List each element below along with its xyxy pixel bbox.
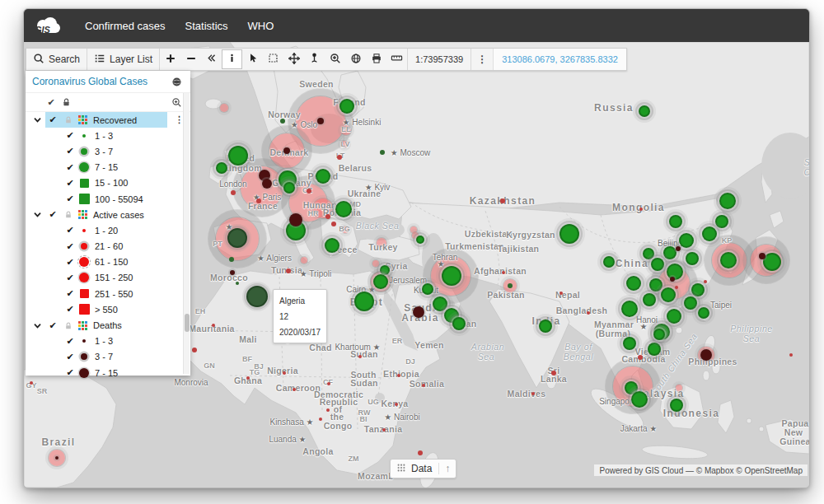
- map-circle[interactable]: [651, 258, 664, 271]
- lock-icon[interactable]: [62, 210, 75, 219]
- map-circle[interactable]: [293, 388, 296, 391]
- legend-checkbox[interactable]: ✔: [63, 352, 77, 362]
- map-circle[interactable]: [452, 317, 466, 330]
- map-circle[interactable]: [508, 283, 513, 288]
- map-circle[interactable]: [236, 282, 239, 285]
- legend-row[interactable]: ✔21 - 60: [26, 239, 190, 254]
- map-circle[interactable]: [502, 271, 505, 274]
- layer-checkbox[interactable]: ✔: [46, 320, 59, 331]
- map-circle[interactable]: [339, 99, 354, 114]
- legend-row[interactable]: ✔61 - 150: [26, 254, 190, 270]
- map-circle[interactable]: [531, 392, 535, 395]
- legend-row[interactable]: ✔7 - 15: [26, 365, 190, 380]
- map-circle[interactable]: [639, 208, 643, 211]
- map-circle[interactable]: [325, 238, 339, 253]
- map-circle[interactable]: [623, 337, 636, 350]
- map-circle[interactable]: [422, 384, 425, 387]
- map-circle[interactable]: [763, 253, 781, 271]
- map-circle[interactable]: [256, 198, 261, 203]
- map-circle[interactable]: [280, 119, 285, 124]
- legend-checkbox[interactable]: ✔: [63, 367, 77, 378]
- map-circle[interactable]: [286, 268, 291, 273]
- map-circle[interactable]: [670, 277, 675, 282]
- map-circle[interactable]: [216, 162, 227, 174]
- layer-group-recovered[interactable]: ✔Recovered⋮: [26, 112, 190, 128]
- chevron-down-icon[interactable]: [30, 322, 44, 329]
- check-all-icon[interactable]: ✔: [44, 96, 59, 109]
- map-circle[interactable]: [220, 104, 228, 112]
- select-box-button[interactable]: [263, 49, 283, 69]
- pointer-button[interactable]: [242, 49, 263, 69]
- legend-checkbox[interactable]: ✔: [63, 146, 77, 156]
- lock-icon[interactable]: [62, 115, 75, 124]
- map-circle[interactable]: [372, 260, 379, 267]
- legend-checkbox[interactable]: ✔: [63, 162, 77, 173]
- map-circle[interactable]: [700, 349, 712, 361]
- layer-group-label[interactable]: Recovered: [93, 115, 137, 125]
- map-circle[interactable]: [653, 329, 665, 340]
- map-circle[interactable]: [231, 190, 236, 195]
- zoom-in-button[interactable]: [160, 49, 180, 69]
- map-circle[interactable]: [698, 307, 709, 319]
- map-circle[interactable]: [638, 355, 643, 360]
- cursor-coordinates[interactable]: 313086.0679, 3267835.8332: [493, 49, 626, 70]
- map-circle[interactable]: [704, 280, 707, 283]
- legend-row[interactable]: ✔3 - 7: [26, 143, 190, 159]
- map-circle[interactable]: [326, 408, 330, 412]
- map-circle[interactable]: [670, 399, 683, 412]
- add-point-button[interactable]: [304, 49, 325, 69]
- map-circle[interactable]: [720, 252, 737, 268]
- map-circle[interactable]: [246, 376, 250, 380]
- legend-row[interactable]: ✔1 - 20: [26, 222, 190, 238]
- map-circle[interactable]: [539, 320, 552, 333]
- legend-row[interactable]: ✔7 - 15: [26, 160, 190, 175]
- legend-checkbox[interactable]: ✔: [63, 194, 77, 204]
- map-attribution[interactable]: Powered by GIS Cloud — © Mapbox © OpenSt…: [594, 464, 808, 476]
- chevron-down-icon[interactable]: [30, 211, 44, 218]
- map-circle[interactable]: [691, 283, 705, 296]
- map-circle[interactable]: [335, 201, 352, 217]
- map-circle[interactable]: [327, 382, 330, 385]
- map-circle[interactable]: [676, 385, 682, 391]
- map-circle[interactable]: [422, 283, 433, 295]
- map-circle[interactable]: [342, 226, 349, 233]
- layer-group-label[interactable]: Deaths: [93, 320, 122, 330]
- map-circle[interactable]: [377, 238, 386, 248]
- map-circle[interactable]: [433, 296, 447, 311]
- map-circle[interactable]: [702, 226, 717, 241]
- zoom-box-button[interactable]: [325, 49, 345, 69]
- nav-item-confirmed-cases[interactable]: Confirmed cases: [85, 20, 166, 32]
- map-circle[interactable]: [686, 252, 699, 265]
- nav-item-who[interactable]: WHO: [248, 20, 274, 32]
- map-circle[interactable]: [442, 266, 461, 286]
- layer-options-icon[interactable]: ⋮: [175, 114, 184, 125]
- map-circle[interactable]: [307, 189, 311, 194]
- map-circle[interactable]: [500, 198, 505, 203]
- map-circle[interactable]: [341, 125, 351, 135]
- map-circle[interactable]: [603, 256, 615, 268]
- legend-row[interactable]: ✔1 - 3: [26, 128, 190, 143]
- legend-row[interactable]: ✔1 - 3: [26, 334, 190, 349]
- legend-checkbox[interactable]: ✔: [63, 178, 77, 189]
- layer-checkbox[interactable]: ✔: [46, 114, 59, 125]
- map-circle[interactable]: [341, 141, 348, 147]
- legend-row[interactable]: ✔> 550: [26, 301, 190, 317]
- map-circle[interactable]: [212, 324, 215, 327]
- map-circle[interactable]: [559, 292, 563, 295]
- legend-checkbox[interactable]: ✔: [63, 288, 77, 299]
- map-circle[interactable]: [230, 270, 235, 275]
- map-circle[interactable]: [382, 428, 386, 432]
- chevron-down-icon[interactable]: [30, 116, 44, 124]
- print-button[interactable]: [366, 49, 386, 69]
- map-circle[interactable]: [667, 309, 681, 324]
- collapse-button[interactable]: [201, 49, 222, 69]
- map-scale[interactable]: 1:73957339: [407, 49, 471, 70]
- legend-checkbox[interactable]: ✔: [63, 304, 77, 315]
- map-circle[interactable]: [626, 276, 641, 291]
- map-circle[interactable]: [667, 264, 683, 280]
- map-circle[interactable]: [283, 371, 286, 375]
- map-circle[interactable]: [587, 311, 590, 315]
- measure-button[interactable]: [386, 49, 407, 69]
- map-circle[interactable]: [283, 147, 290, 154]
- legend-checkbox[interactable]: ✔: [63, 273, 77, 283]
